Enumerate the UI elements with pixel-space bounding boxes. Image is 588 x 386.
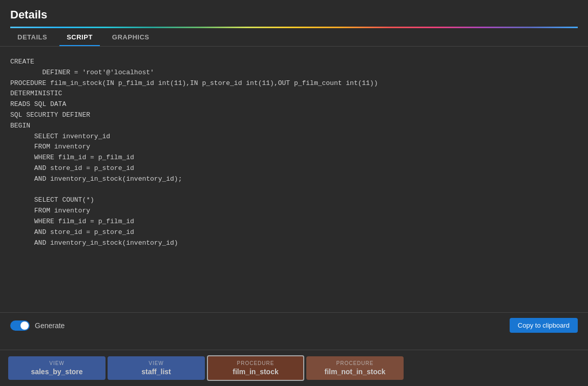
top-bar: Details: [0, 0, 588, 28]
footer-item-film-in-stock[interactable]: PROCEDURE film_in_stock: [207, 355, 304, 381]
content-area: CREATE DEFINER = 'root'@'localhost' PROC…: [0, 47, 588, 312]
footer-item-staff-list[interactable]: VIEW staff_list: [108, 356, 205, 380]
main-layout: Details DETAILS SCRIPT GRAPHICS CREATE D…: [0, 0, 588, 386]
generate-toggle[interactable]: [10, 320, 30, 331]
copy-to-clipboard-button[interactable]: Copy to clipboard: [510, 318, 578, 333]
footer-item-type-1: VIEW: [149, 360, 164, 366]
footer-item-sales-by-store[interactable]: VIEW sales_by_store: [8, 356, 106, 380]
footer-item-name-1: staff_list: [141, 368, 171, 376]
footer-item-type-3: PROCEDURE: [337, 360, 374, 366]
script-scroll[interactable]: CREATE DEFINER = 'root'@'localhost' PROC…: [10, 52, 578, 246]
footer-item-name-0: sales_by_store: [31, 368, 82, 376]
tab-details[interactable]: DETAILS: [10, 28, 54, 46]
page-title: Details: [10, 8, 578, 22]
footer-item-type-0: VIEW: [49, 360, 65, 366]
footer-item-type-2: PROCEDURE: [237, 360, 275, 366]
footer-item-name-3: film_not_in_stock: [324, 368, 385, 376]
script-text: CREATE DEFINER = 'root'@'localhost' PROC…: [10, 57, 578, 246]
tab-script[interactable]: SCRIPT: [59, 28, 100, 46]
footer-item-name-2: film_in_stock: [233, 368, 278, 376]
footer-bar: VIEW sales_by_store VIEW staff_list PROC…: [0, 350, 588, 386]
script-container: CREATE DEFINER = 'root'@'localhost' PROC…: [10, 52, 578, 246]
bottom-toolbar: Generate Copy to clipboard: [0, 312, 588, 338]
generate-label: Generate: [35, 321, 65, 330]
tabs-row: DETAILS SCRIPT GRAPHICS: [0, 28, 588, 47]
footer-item-film-not-in-stock[interactable]: PROCEDURE film_not_in_stock: [306, 356, 404, 380]
tab-graphics[interactable]: GRAPHICS: [105, 28, 157, 46]
toggle-section: Generate: [10, 320, 65, 331]
